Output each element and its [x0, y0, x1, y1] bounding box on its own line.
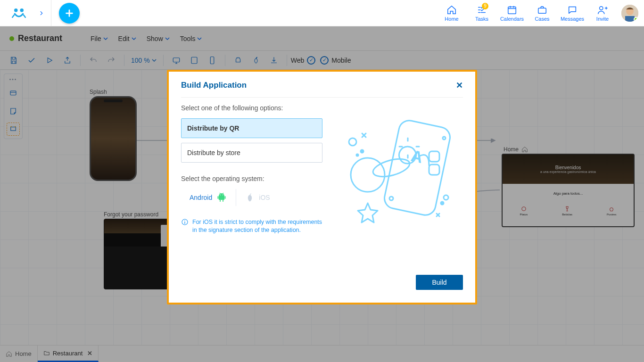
home-icon [446, 5, 457, 15]
svg-line-24 [223, 193, 224, 194]
modal-title: Build Application [181, 81, 247, 90]
nav-cases-label: Cases [535, 16, 549, 22]
plus-icon [64, 8, 74, 18]
svg-rect-9 [625, 16, 635, 22]
svg-point-6 [600, 6, 603, 9]
option-store-label: Distribute by store [187, 149, 240, 156]
build-button[interactable]: Build [416, 275, 463, 290]
os-ios[interactable]: iOS [236, 192, 278, 203]
option-distribute-qr[interactable]: Distribute by QR [181, 118, 322, 138]
calendar-icon [507, 5, 517, 15]
svg-point-40 [444, 195, 448, 200]
os-ios-label: iOS [259, 194, 270, 201]
modal-illustration: A [335, 104, 463, 272]
os-android-label: Android [190, 194, 212, 201]
nav-cases[interactable]: Cases [527, 0, 557, 26]
svg-rect-33 [429, 151, 439, 162]
nav-home[interactable]: Home [437, 0, 467, 26]
option-qr-label: Distribute by QR [187, 124, 239, 132]
option-distribute-store[interactable]: Distribute by store [181, 143, 322, 163]
new-button[interactable] [59, 3, 80, 24]
os-instruction: Select the operating system: [181, 175, 322, 182]
svg-rect-21 [220, 200, 221, 202]
svg-rect-18 [219, 196, 224, 200]
briefcase-icon [537, 5, 547, 15]
svg-line-23 [220, 193, 221, 194]
svg-rect-22 [223, 200, 223, 202]
svg-point-26 [223, 195, 223, 196]
svg-rect-19 [218, 196, 219, 199]
ios-info-note: For iOS it is strict to comply with the … [181, 218, 322, 234]
svg-point-38 [389, 197, 393, 200]
nav-calendars-label: Calendars [500, 16, 524, 22]
invite-icon [597, 5, 608, 15]
ios-info-text: For iOS it is strict to comply with the … [192, 218, 322, 234]
nav-tasks-label: Tasks [475, 16, 488, 22]
svg-rect-29 [184, 222, 185, 224]
svg-point-37 [356, 154, 358, 156]
modal-instruction: Select one of the following options: [181, 104, 322, 112]
app-topbar: Home 9 Tasks Calendars Cases Messages In… [0, 0, 644, 26]
nav-home-label: Home [445, 16, 458, 22]
build-button-label: Build [432, 279, 446, 286]
nav-invite-label: Invite [596, 16, 609, 22]
info-icon [181, 218, 189, 226]
svg-point-31 [351, 158, 385, 192]
modal-close-button[interactable]: ✕ [456, 80, 463, 90]
svg-text:A: A [410, 147, 425, 166]
chat-icon [567, 5, 578, 15]
svg-point-25 [220, 195, 221, 196]
svg-point-35 [349, 138, 356, 146]
nav-calendars[interactable]: Calendars [497, 0, 527, 26]
svg-rect-20 [225, 196, 226, 199]
build-application-modal: Build Application ✕ Select one of the fo… [167, 70, 477, 304]
svg-rect-4 [508, 7, 516, 14]
svg-rect-5 [538, 8, 546, 13]
expand-sidebar-button[interactable] [32, 0, 51, 26]
user-avatar[interactable] [621, 5, 638, 22]
svg-point-39 [441, 202, 444, 205]
app-logo[interactable] [6, 0, 32, 26]
phone-illustration-icon: A [335, 104, 457, 227]
nav-messages[interactable]: Messages [557, 0, 587, 26]
svg-point-0 [14, 8, 18, 12]
svg-line-3 [24, 15, 25, 17]
nav-messages-label: Messages [561, 16, 584, 22]
svg-point-41 [443, 137, 446, 140]
nav-invite[interactable]: Invite [587, 0, 618, 26]
svg-point-1 [20, 8, 24, 12]
chevron-right-icon [38, 10, 45, 16]
svg-point-36 [361, 150, 363, 153]
tasks-badge: 9 [482, 3, 488, 9]
nav-tasks[interactable]: 9 Tasks [467, 0, 497, 26]
apple-icon [245, 192, 255, 203]
status-online-dot [634, 17, 638, 22]
android-icon [216, 192, 227, 203]
os-android[interactable]: Android [181, 192, 236, 203]
svg-line-2 [12, 15, 14, 17]
frog-logo-icon [12, 6, 26, 20]
svg-rect-34 [429, 165, 439, 175]
svg-point-28 [184, 221, 185, 222]
